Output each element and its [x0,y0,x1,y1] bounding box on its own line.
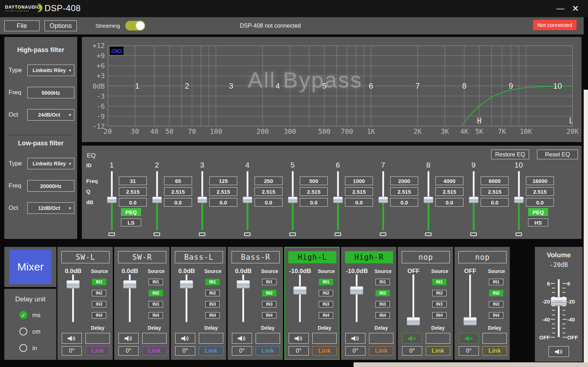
low-pass-type-dropdown[interactable]: Linkwitz Riley▼ [27,158,74,169]
crossover-marker-l[interactable]: L [569,117,573,125]
eq-peq-button[interactable]: PEQ [528,208,548,216]
eq-gain-knob[interactable] [288,197,298,203]
source-in2-button[interactable]: IN2 [489,290,503,296]
master-mute-button[interactable] [549,346,569,357]
source-in2-button[interactable]: IN2 [205,290,220,296]
source-in2-button[interactable]: IN2 [149,290,163,296]
eq-freq-input[interactable] [209,177,237,185]
eq-bypass-indicator[interactable] [470,232,477,236]
eq-freq-input[interactable] [345,177,373,185]
eq-band-marker[interactable]: 10 [553,81,562,91]
eq-q-input[interactable] [390,187,418,196]
eq-gain-knob[interactable] [424,197,433,203]
minimize-button[interactable]: — [554,3,566,14]
phase-button[interactable]: 0° [62,346,82,356]
mixer-button[interactable]: Mixer [9,250,52,284]
eq-gain-knob[interactable] [469,197,479,203]
gain-slider-knob[interactable] [350,286,363,295]
link-button[interactable]: Link [426,346,450,356]
source-in4-button[interactable]: IN4 [489,312,503,319]
link-button[interactable]: Link [85,346,110,356]
source-in2-button[interactable]: IN2 [375,290,390,296]
eq-db-input[interactable] [209,198,237,207]
link-channels-icon[interactable] [110,47,123,55]
mute-button-muted[interactable] [459,333,479,344]
channel-name[interactable]: Bass-L [175,251,223,263]
high-pass-freq-input[interactable]: 5000Hz [27,87,74,98]
source-in4-button[interactable]: IN4 [205,312,220,319]
channel-name[interactable]: nop [458,251,507,263]
eq-band-marker[interactable]: 6 [369,81,373,91]
delay-input[interactable] [142,333,167,344]
eq-freq-input[interactable] [526,177,554,185]
eq-q-input[interactable] [255,187,283,196]
gain-slider-knob[interactable] [407,317,420,325]
eq-band-marker[interactable]: 8 [462,81,466,91]
link-button[interactable]: Link [199,346,223,356]
eq-db-input[interactable] [390,198,418,207]
source-in2-button[interactable]: IN2 [319,290,333,296]
eq-bypass-indicator[interactable] [289,232,296,236]
source-in4-button[interactable]: IN4 [262,312,276,319]
mute-button[interactable] [345,333,365,344]
low-pass-oct-dropdown[interactable]: 12dB/Oct▼ [27,202,74,214]
mute-button[interactable] [62,333,82,344]
source-in3-button[interactable]: IN3 [489,301,503,307]
mute-button[interactable] [175,333,195,344]
source-in4-button[interactable]: IN4 [149,312,163,319]
delay-input[interactable] [85,333,110,344]
source-in1-button[interactable]: IN1 [205,279,220,285]
eq-bypass-indicator[interactable] [108,232,115,236]
eq-band-marker[interactable]: 5 [322,81,326,91]
eq-db-input[interactable] [255,198,283,207]
phase-button[interactable]: 0° [232,346,252,356]
source-in1-button[interactable]: IN1 [319,279,333,285]
source-in2-button[interactable]: IN2 [262,290,276,296]
eq-bypass-indicator[interactable] [515,232,522,236]
source-in1-button[interactable]: IN1 [92,279,106,285]
source-in4-button[interactable]: IN4 [375,312,390,319]
crossover-marker-h[interactable]: H [477,117,482,125]
source-in3-button[interactable]: IN3 [375,301,390,307]
eq-band-marker[interactable]: 4 [275,81,280,91]
link-button[interactable]: Link [312,346,337,356]
eq-gain-knob[interactable] [152,197,162,203]
eq-freq-input[interactable] [255,177,283,185]
eq-q-input[interactable] [481,187,509,196]
eq-freq-input[interactable] [390,177,418,185]
eq-bypass-indicator[interactable] [154,232,160,236]
eq-q-input[interactable] [209,187,237,196]
eq-freq-input[interactable] [481,177,509,185]
phase-button[interactable]: 0° [345,346,365,356]
eq-gain-knob[interactable] [378,197,388,203]
link-button[interactable]: Link [256,346,280,356]
gain-slider-knob[interactable] [293,286,307,295]
delay-unit-option-cm[interactable]: cm [19,328,56,336]
channel-name[interactable]: High-L [288,251,336,263]
phase-button[interactable]: 0° [175,346,195,356]
high-pass-type-dropdown[interactable]: Linkwitz Riley▼ [27,65,74,76]
delay-input[interactable] [256,333,280,344]
channel-name[interactable]: Bass-R [232,251,280,263]
source-in3-button[interactable]: IN3 [92,301,106,307]
phase-button[interactable]: 0° [402,346,422,356]
eq-peq-button[interactable]: PEQ [121,208,141,216]
eq-gain-knob[interactable] [197,197,207,203]
eq-q-input[interactable] [526,187,554,196]
source-in1-button[interactable]: IN1 [262,279,276,285]
delay-unit-option-ms[interactable]: ✓ms [19,311,56,320]
eq-freq-input[interactable] [300,177,328,185]
high-pass-oct-dropdown[interactable]: 24dB/Oct▼ [27,109,74,121]
source-in3-button[interactable]: IN3 [262,301,276,307]
source-in1-button[interactable]: IN1 [489,279,503,285]
eq-freq-input[interactable] [435,177,463,185]
eq-q-input[interactable] [435,187,463,196]
phase-button[interactable]: 0° [459,346,479,356]
mute-button[interactable] [118,333,139,344]
eq-freq-input[interactable] [164,177,192,185]
eq-band-marker[interactable]: 9 [509,81,513,91]
eq-db-input[interactable] [526,198,554,207]
delay-input[interactable] [312,333,337,344]
eq-db-input[interactable] [119,198,147,207]
eq-band-marker[interactable]: 3 [229,81,233,91]
